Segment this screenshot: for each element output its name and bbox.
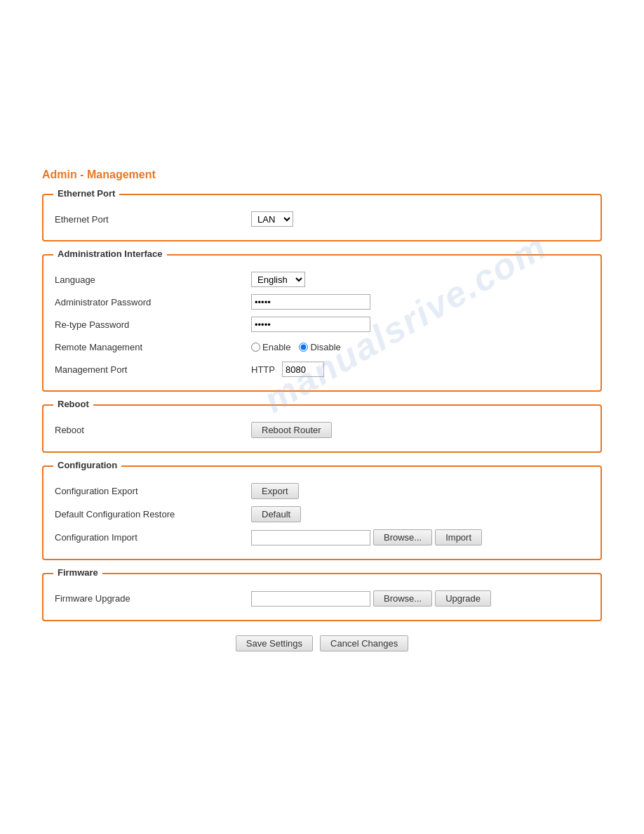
retype-password-row: Re-type Password: [55, 313, 589, 336]
reboot-legend: Reboot: [53, 399, 93, 409]
firmware-upgrade-button[interactable]: Upgrade: [435, 590, 491, 607]
config-browse-button[interactable]: Browse...: [373, 529, 432, 545]
language-label: Language: [55, 274, 251, 285]
management-port-row: Management Port HTTP: [55, 358, 589, 380]
remote-enable-label[interactable]: Enable: [251, 342, 290, 352]
reboot-row: Reboot Reboot Router: [55, 418, 589, 442]
ethernet-port-row: Ethernet Port LAN WAN: [55, 208, 589, 230]
language-row: Language English French German Spanish: [55, 268, 589, 291]
config-import-file-box: [251, 530, 370, 545]
configuration-legend: Configuration: [53, 460, 121, 470]
retype-password-control: [251, 317, 370, 332]
mgmt-port-prefix: HTTP: [251, 364, 275, 375]
ethernet-port-legend: Ethernet Port: [53, 188, 119, 199]
remote-management-label: Remote Management: [55, 342, 251, 352]
config-default-row: Default Configuration Restore Default: [55, 503, 589, 526]
reboot-control: Reboot Router: [251, 422, 332, 438]
ethernet-port-label: Ethernet Port: [55, 214, 251, 225]
remote-disable-text: Disable: [310, 342, 340, 352]
management-port-control: HTTP: [251, 362, 324, 377]
ethernet-port-control: LAN WAN: [251, 211, 293, 227]
firmware-browse-button[interactable]: Browse...: [373, 590, 432, 607]
admin-password-input[interactable]: [251, 294, 370, 310]
management-port-label: Management Port: [55, 364, 251, 375]
ethernet-port-select[interactable]: LAN WAN: [251, 211, 293, 227]
retype-password-label: Re-type Password: [55, 319, 251, 330]
remote-disable-radio[interactable]: [299, 343, 308, 352]
config-export-label: Configuration Export: [55, 486, 251, 496]
firmware-legend: Firmware: [53, 567, 102, 578]
config-export-row: Configuration Export Export: [55, 479, 589, 503]
config-import-button[interactable]: Import: [435, 529, 482, 545]
retype-password-input[interactable]: [251, 317, 370, 332]
admin-password-label: Administrator Password: [55, 297, 251, 307]
firmware-section: Firmware Firmware Upgrade Browse... Upgr…: [42, 573, 602, 621]
cancel-changes-button[interactable]: Cancel Changes: [320, 635, 408, 651]
remote-management-row: Remote Management Enable Disable: [55, 336, 589, 358]
export-button[interactable]: Export: [251, 483, 299, 499]
remote-enable-text: Enable: [262, 342, 290, 352]
config-import-label: Configuration Import: [55, 532, 251, 543]
save-settings-button[interactable]: Save Settings: [236, 635, 313, 651]
language-control: English French German Spanish: [251, 272, 305, 287]
firmware-upgrade-control: Browse... Upgrade: [251, 590, 491, 607]
firmware-file-box: [251, 591, 370, 607]
mgmt-port-input[interactable]: [282, 362, 324, 377]
remote-management-control: Enable Disable: [251, 342, 341, 352]
page-title: Admin - Management: [42, 168, 602, 181]
admin-interface-section: Administration Interface Language Englis…: [42, 254, 602, 392]
admin-interface-legend: Administration Interface: [53, 249, 167, 259]
bottom-buttons: Save Settings Cancel Changes: [42, 635, 602, 651]
firmware-upgrade-label: Firmware Upgrade: [55, 593, 251, 604]
reboot-section: Reboot Reboot Reboot Router: [42, 404, 602, 453]
config-export-control: Export: [251, 483, 299, 499]
reboot-label: Reboot: [55, 425, 251, 435]
config-import-control: Browse... Import: [251, 529, 482, 545]
remote-disable-label[interactable]: Disable: [299, 342, 340, 352]
default-button[interactable]: Default: [251, 506, 301, 522]
configuration-section: Configuration Configuration Export Expor…: [42, 465, 602, 560]
config-import-row: Configuration Import Browse... Import: [55, 526, 589, 549]
reboot-router-button[interactable]: Reboot Router: [251, 422, 332, 438]
config-default-label: Default Configuration Restore: [55, 509, 251, 519]
admin-password-row: Administrator Password: [55, 291, 589, 313]
remote-enable-radio[interactable]: [251, 343, 260, 352]
config-default-control: Default: [251, 506, 301, 522]
firmware-upgrade-row: Firmware Upgrade Browse... Upgrade: [55, 587, 589, 610]
admin-password-control: [251, 294, 370, 310]
language-select[interactable]: English French German Spanish: [251, 272, 305, 287]
ethernet-port-section: Ethernet Port Ethernet Port LAN WAN: [42, 194, 602, 241]
